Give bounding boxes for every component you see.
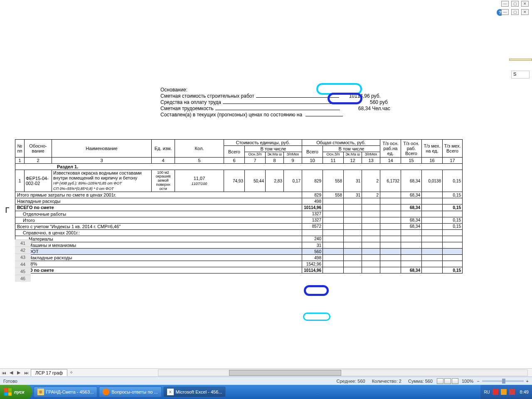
close-button[interactable]: ✕ (521, 1, 529, 7)
summary-row[interactable]: ВСЕГО по смете10114,9668,340,15 (15, 267, 463, 273)
summary-row[interactable]: Машины и механизмы31 (15, 242, 463, 248)
info-labor: Сметная трудоемкость68,34 Чел.час (160, 106, 390, 111)
zoom-level[interactable]: 100% (462, 379, 473, 384)
app-icon (103, 389, 109, 395)
clock[interactable]: 8:49 (520, 389, 529, 394)
summary-row[interactable]: Накладные расходы498 (15, 198, 463, 204)
zoom-slider[interactable] (482, 380, 524, 382)
taskbar-item-browser[interactable]: Вопросы-ответы по ... (99, 387, 161, 397)
summary-row[interactable]: НДС 18%1542,96 (15, 261, 463, 267)
table-row[interactable]: 1 ФЕР15-04-002-02 Известковая окраска во… (15, 170, 463, 192)
status-sum: Сумма: 560 (408, 379, 433, 384)
summary-row[interactable]: Итого132768,340,15 (15, 217, 463, 223)
row-indicator: Г (5, 206, 10, 214)
info-wages: Средства на оплату труда560 руб (160, 99, 390, 105)
status-bar: Готово Среднее: 560 Количество: 2 Сумма:… (0, 377, 532, 385)
system-tray[interactable]: RU 8:49 (480, 385, 532, 399)
column-header-S[interactable]: S (511, 71, 530, 79)
language-indicator[interactable]: RU (484, 390, 490, 394)
ribbon-fragment (509, 59, 532, 61)
info-cost: Сметная стоимость строительных работ1011… (160, 93, 390, 99)
close-button[interactable]: ✕ (521, 9, 529, 15)
tray-icon[interactable] (501, 389, 507, 395)
windows-logo-icon (4, 388, 12, 396)
annotation-cyan-2 (303, 313, 330, 321)
horizontal-scrollbar[interactable] (158, 369, 528, 376)
start-button[interactable]: пуск (0, 385, 32, 399)
status-count: Количество: 2 (372, 379, 401, 384)
zoom-in-icon[interactable]: + (526, 379, 529, 384)
status-average: Среднее: 560 (337, 379, 365, 384)
sheet-tab-bar: ⏮ ◀ ▶ ⏭ ЛСР 17 граф ✧ (0, 368, 532, 377)
maximize-button[interactable]: ▢ (511, 9, 519, 15)
new-sheet-icon[interactable]: ✧ (67, 369, 75, 377)
summary-row[interactable]: Справочно, в ценах 2001г.: (15, 229, 463, 236)
minimize-button[interactable]: — (501, 1, 509, 7)
taskbar-item-excel[interactable]: XMicrosoft Excel - 456... (163, 387, 226, 397)
summary-row[interactable]: Материалы240 (15, 236, 463, 242)
nav-prev-icon[interactable]: ◀ (7, 369, 15, 377)
view-break-icon[interactable] (452, 378, 458, 384)
tray-icon[interactable] (509, 389, 515, 395)
window-controls-2: — ▢ ✕ (501, 9, 529, 15)
nav-first-icon[interactable]: ⏮ (0, 369, 7, 377)
status-ready: Готово (3, 379, 17, 384)
table-header: № ппОбосно-вание НаименованиеЕд. изм.Кол… (15, 140, 463, 164)
summary-row[interactable]: ВСЕГО по смете10114,9668,340,15 (15, 204, 463, 211)
info-compiled: Составлен(а) в текущих (прогнозных) цена… (160, 112, 390, 118)
app-icon: ⊞ (37, 389, 44, 395)
view-layout-icon[interactable] (444, 378, 451, 384)
annotation-blue-2 (304, 285, 329, 296)
summary-row[interactable]: Итого прямые затраты по смете в ценах 20… (15, 192, 463, 198)
tray-icon[interactable] (493, 389, 498, 395)
taskbar-item-grandsmeta[interactable]: ⊞ГРАНД-Смета - 4563... (34, 387, 98, 397)
nav-last-icon[interactable]: ⏭ (22, 369, 30, 377)
section-header: Раздел 1. (15, 164, 463, 170)
header-info-block: Основание: Сметная стоимость строительны… (160, 87, 390, 118)
nav-next-icon[interactable]: ▶ (15, 369, 22, 377)
view-normal-icon[interactable] (437, 378, 443, 384)
sheet-tab[interactable]: ЛСР 17 граф (31, 369, 67, 376)
summary-row[interactable]: ФОТ560 (15, 249, 463, 255)
excel-icon: X (167, 389, 174, 395)
summary-row[interactable]: Накладные расходы498 (15, 255, 463, 261)
window-controls-1: — ▢ ✕ (501, 1, 529, 7)
summary-row[interactable]: Всего с учетом "Индексы 1 кв. 2014 г. СМ… (15, 223, 463, 229)
minimize-button[interactable]: — (501, 9, 509, 15)
zoom-out-icon[interactable]: − (477, 379, 479, 384)
maximize-button[interactable]: ▢ (511, 1, 519, 7)
summary-row[interactable]: Отделочные работы1327 (15, 211, 463, 217)
taskbar: пуск ⊞ГРАНД-Смета - 4563... Вопросы-отве… (0, 385, 532, 399)
row-numbers: 414243444546 (15, 239, 31, 282)
worksheet-area[interactable]: Основание: Сметная стоимость строительны… (15, 81, 530, 372)
info-basis: Основание: (160, 87, 390, 93)
estimate-table[interactable]: № ппОбосно-вание НаименованиеЕд. изм.Кол… (15, 139, 463, 273)
